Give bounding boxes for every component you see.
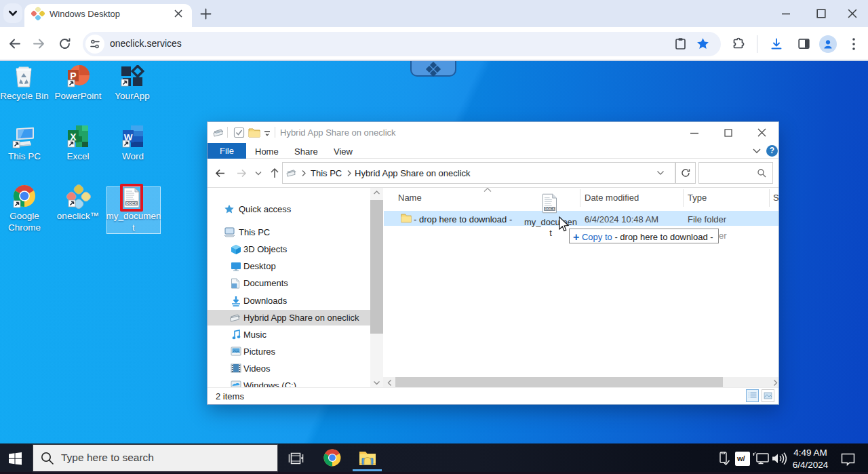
svg-text:DOCX: DOCX [545,207,555,211]
svg-text:P: P [70,71,76,81]
svg-text:DOCX: DOCX [126,201,137,205]
